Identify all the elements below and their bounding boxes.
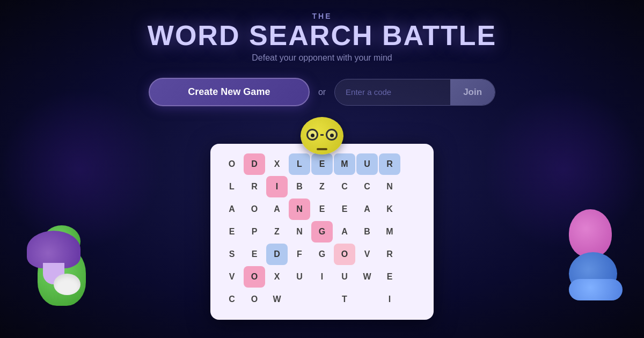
grid-cell-27[interactable]: E — [221, 221, 243, 243]
grid-cell-37[interactable]: E — [244, 244, 265, 265]
header-title: WORD SEARCH BATTLE — [148, 20, 496, 51]
grid-cell-34[interactable]: M — [379, 221, 400, 243]
or-separator: or — [318, 87, 326, 97]
grid-cell-54[interactable]: C — [221, 289, 243, 310]
glasses-bridge — [320, 134, 324, 136]
grid-cell-30[interactable]: N — [289, 221, 310, 243]
grid-cell-24[interactable]: A — [356, 199, 378, 220]
word-search-grid: ODXLEMURLRIBZCCNAOANEEAKEPZNGABMSEDFGOVR… — [221, 153, 423, 310]
grid-cell-14[interactable]: C — [334, 176, 355, 197]
grid-cell-23[interactable]: E — [334, 199, 355, 220]
grid-cell-10[interactable]: R — [244, 176, 265, 197]
grid-cell-15[interactable]: C — [356, 176, 378, 197]
grid-cell-58[interactable] — [311, 289, 333, 310]
grid-cell-21[interactable]: N — [289, 199, 310, 220]
pink-blob — [569, 209, 612, 258]
grid-cell-0[interactable]: O — [221, 153, 243, 175]
grid-cell-5[interactable]: M — [334, 153, 355, 175]
grid-cell-39[interactable]: F — [289, 244, 310, 265]
grid-cell-40[interactable]: G — [311, 244, 333, 265]
grid-cell-41[interactable]: O — [334, 244, 355, 265]
grid-cell-46[interactable]: O — [244, 266, 265, 288]
grid-cell-19[interactable]: O — [244, 199, 265, 220]
header-the-label: THE — [148, 12, 496, 20]
grid-cell-16[interactable]: N — [379, 176, 400, 197]
create-new-game-button[interactable]: Create New Game — [149, 78, 310, 106]
grid-cell-32[interactable]: A — [334, 221, 355, 243]
grid-cell-62[interactable] — [401, 289, 423, 310]
grid-container: ODXLEMURLRIBZCCNAOANEEAKEPZNGABMSEDFGOVR… — [210, 144, 434, 320]
header-subtitle: Defeat your opponent with your mind — [148, 53, 496, 63]
grid-cell-48[interactable]: U — [289, 266, 310, 288]
grid-cell-59[interactable]: T — [334, 289, 355, 310]
grid-cell-17[interactable] — [401, 176, 423, 197]
grid-cell-2[interactable]: X — [266, 153, 288, 175]
grid-cell-57[interactable] — [289, 289, 310, 310]
grid-cell-22[interactable]: E — [311, 199, 333, 220]
grid-cell-13[interactable]: Z — [311, 176, 333, 197]
grid-cell-51[interactable]: W — [356, 266, 378, 288]
glass-right — [326, 129, 338, 141]
grid-cell-61[interactable]: I — [379, 289, 400, 310]
grid-cell-60[interactable] — [356, 289, 378, 310]
grid-cell-7[interactable]: R — [379, 153, 400, 175]
grid-cell-8[interactable] — [401, 153, 423, 175]
grid-cell-11[interactable]: I — [266, 176, 288, 197]
grid-cell-18[interactable]: A — [221, 199, 243, 220]
grid-cell-35[interactable] — [401, 221, 423, 243]
join-button[interactable]: Join — [450, 79, 495, 105]
monster-face — [301, 117, 343, 155]
glasses — [306, 129, 338, 141]
grid-cell-1[interactable]: D — [244, 153, 265, 175]
join-group: Join — [334, 79, 495, 106]
grid-cell-36[interactable]: S — [221, 244, 243, 265]
grid-cell-12[interactable]: B — [289, 176, 310, 197]
controls-bar: Create New Game or Join — [149, 78, 495, 106]
grid-cell-38[interactable]: D — [266, 244, 288, 265]
grid-cell-25[interactable]: K — [379, 199, 400, 220]
grid-cell-50[interactable]: U — [334, 266, 355, 288]
grid-cell-47[interactable]: X — [266, 266, 288, 288]
grid-cell-56[interactable]: W — [266, 289, 288, 310]
grid-cell-42[interactable]: V — [356, 244, 378, 265]
game-area: ODXLEMURLRIBZCCNAOANEEAKEPZNGABMSEDFGOVR… — [193, 117, 451, 320]
grid-cell-28[interactable]: P — [244, 221, 265, 243]
grid-cell-55[interactable]: O — [244, 289, 265, 310]
grid-cell-20[interactable]: A — [266, 199, 288, 220]
snail-body — [569, 279, 623, 300]
grid-cell-9[interactable]: L — [221, 176, 243, 197]
grid-cell-29[interactable]: Z — [266, 221, 288, 243]
grid-cell-45[interactable]: V — [221, 266, 243, 288]
grid-cell-33[interactable]: B — [356, 221, 378, 243]
header: THE WORD SEARCH BATTLE Defeat your oppon… — [148, 12, 496, 63]
grid-cell-31[interactable]: G — [311, 221, 333, 243]
grid-cell-49[interactable]: I — [311, 266, 333, 288]
right-monsters — [531, 199, 617, 306]
grid-cell-52[interactable]: E — [379, 266, 400, 288]
grid-cell-3[interactable]: L — [289, 153, 310, 175]
white-blob — [54, 274, 80, 295]
glass-left — [306, 129, 318, 141]
grid-cell-6[interactable]: U — [356, 153, 378, 175]
grid-cell-53[interactable] — [401, 266, 423, 288]
left-monsters — [27, 199, 113, 306]
grid-cell-43[interactable]: R — [379, 244, 400, 265]
grid-cell-44[interactable] — [401, 244, 423, 265]
code-input[interactable] — [335, 80, 450, 104]
grid-cell-4[interactable]: E — [311, 153, 333, 175]
grid-cell-26[interactable] — [401, 199, 423, 220]
